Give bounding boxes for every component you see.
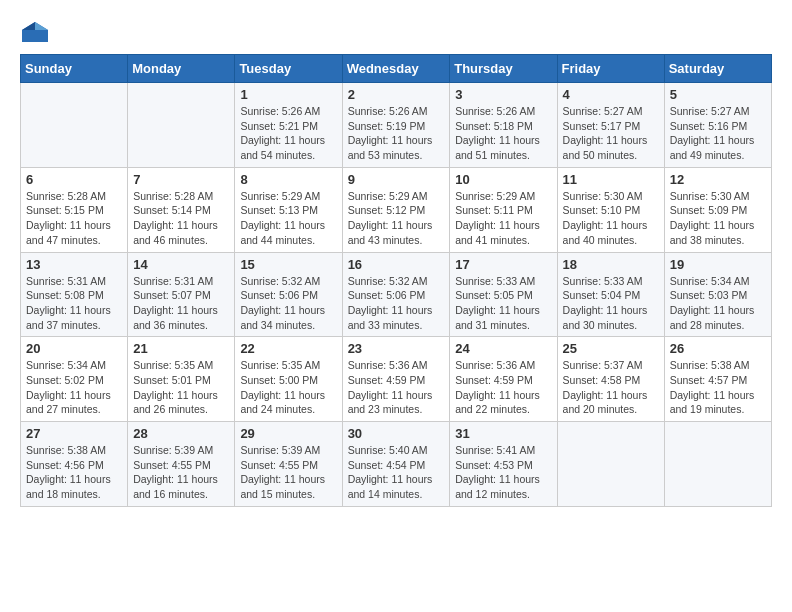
day-number: 14 (133, 257, 229, 272)
day-info: Sunrise: 5:35 AM Sunset: 5:01 PM Dayligh… (133, 358, 229, 417)
day-info: Sunrise: 5:32 AM Sunset: 5:06 PM Dayligh… (240, 274, 336, 333)
day-number: 21 (133, 341, 229, 356)
day-info: Sunrise: 5:35 AM Sunset: 5:00 PM Dayligh… (240, 358, 336, 417)
day-info: Sunrise: 5:26 AM Sunset: 5:19 PM Dayligh… (348, 104, 445, 163)
page-header (20, 20, 772, 44)
day-number: 16 (348, 257, 445, 272)
day-info: Sunrise: 5:31 AM Sunset: 5:07 PM Dayligh… (133, 274, 229, 333)
day-number: 13 (26, 257, 122, 272)
calendar-cell: 19Sunrise: 5:34 AM Sunset: 5:03 PM Dayli… (664, 252, 771, 337)
day-info: Sunrise: 5:29 AM Sunset: 5:13 PM Dayligh… (240, 189, 336, 248)
calendar-cell (21, 83, 128, 168)
day-info: Sunrise: 5:32 AM Sunset: 5:06 PM Dayligh… (348, 274, 445, 333)
day-info: Sunrise: 5:26 AM Sunset: 5:21 PM Dayligh… (240, 104, 336, 163)
calendar-cell: 30Sunrise: 5:40 AM Sunset: 4:54 PM Dayli… (342, 422, 450, 507)
day-info: Sunrise: 5:36 AM Sunset: 4:59 PM Dayligh… (348, 358, 445, 417)
day-number: 1 (240, 87, 336, 102)
calendar-cell: 13Sunrise: 5:31 AM Sunset: 5:08 PM Dayli… (21, 252, 128, 337)
calendar-cell: 21Sunrise: 5:35 AM Sunset: 5:01 PM Dayli… (128, 337, 235, 422)
day-number: 24 (455, 341, 551, 356)
calendar-cell: 17Sunrise: 5:33 AM Sunset: 5:05 PM Dayli… (450, 252, 557, 337)
day-number: 12 (670, 172, 766, 187)
calendar-header-wednesday: Wednesday (342, 55, 450, 83)
day-number: 30 (348, 426, 445, 441)
day-info: Sunrise: 5:30 AM Sunset: 5:09 PM Dayligh… (670, 189, 766, 248)
day-number: 6 (26, 172, 122, 187)
calendar-week-3: 13Sunrise: 5:31 AM Sunset: 5:08 PM Dayli… (21, 252, 772, 337)
day-info: Sunrise: 5:38 AM Sunset: 4:56 PM Dayligh… (26, 443, 122, 502)
day-number: 18 (563, 257, 659, 272)
day-number: 28 (133, 426, 229, 441)
calendar-cell: 20Sunrise: 5:34 AM Sunset: 5:02 PM Dayli… (21, 337, 128, 422)
calendar-cell: 4Sunrise: 5:27 AM Sunset: 5:17 PM Daylig… (557, 83, 664, 168)
day-number: 11 (563, 172, 659, 187)
calendar-cell: 3Sunrise: 5:26 AM Sunset: 5:18 PM Daylig… (450, 83, 557, 168)
calendar-cell: 11Sunrise: 5:30 AM Sunset: 5:10 PM Dayli… (557, 167, 664, 252)
day-number: 20 (26, 341, 122, 356)
day-info: Sunrise: 5:33 AM Sunset: 5:04 PM Dayligh… (563, 274, 659, 333)
day-number: 26 (670, 341, 766, 356)
logo (20, 20, 54, 44)
calendar-cell (664, 422, 771, 507)
day-number: 17 (455, 257, 551, 272)
day-info: Sunrise: 5:36 AM Sunset: 4:59 PM Dayligh… (455, 358, 551, 417)
day-number: 31 (455, 426, 551, 441)
calendar-cell: 14Sunrise: 5:31 AM Sunset: 5:07 PM Dayli… (128, 252, 235, 337)
calendar-cell (557, 422, 664, 507)
calendar-header-sunday: Sunday (21, 55, 128, 83)
day-number: 2 (348, 87, 445, 102)
day-info: Sunrise: 5:28 AM Sunset: 5:15 PM Dayligh… (26, 189, 122, 248)
calendar-cell: 10Sunrise: 5:29 AM Sunset: 5:11 PM Dayli… (450, 167, 557, 252)
calendar-cell: 12Sunrise: 5:30 AM Sunset: 5:09 PM Dayli… (664, 167, 771, 252)
day-number: 23 (348, 341, 445, 356)
day-info: Sunrise: 5:41 AM Sunset: 4:53 PM Dayligh… (455, 443, 551, 502)
day-number: 15 (240, 257, 336, 272)
day-number: 5 (670, 87, 766, 102)
day-number: 19 (670, 257, 766, 272)
calendar-cell: 2Sunrise: 5:26 AM Sunset: 5:19 PM Daylig… (342, 83, 450, 168)
svg-marker-2 (22, 22, 35, 30)
calendar-week-4: 20Sunrise: 5:34 AM Sunset: 5:02 PM Dayli… (21, 337, 772, 422)
day-info: Sunrise: 5:38 AM Sunset: 4:57 PM Dayligh… (670, 358, 766, 417)
calendar-cell: 26Sunrise: 5:38 AM Sunset: 4:57 PM Dayli… (664, 337, 771, 422)
day-info: Sunrise: 5:39 AM Sunset: 4:55 PM Dayligh… (240, 443, 336, 502)
day-info: Sunrise: 5:40 AM Sunset: 4:54 PM Dayligh… (348, 443, 445, 502)
calendar-header-saturday: Saturday (664, 55, 771, 83)
calendar-header-tuesday: Tuesday (235, 55, 342, 83)
day-number: 4 (563, 87, 659, 102)
calendar-cell: 16Sunrise: 5:32 AM Sunset: 5:06 PM Dayli… (342, 252, 450, 337)
calendar-week-2: 6Sunrise: 5:28 AM Sunset: 5:15 PM Daylig… (21, 167, 772, 252)
day-number: 3 (455, 87, 551, 102)
calendar-cell: 6Sunrise: 5:28 AM Sunset: 5:15 PM Daylig… (21, 167, 128, 252)
calendar-table: SundayMondayTuesdayWednesdayThursdayFrid… (20, 54, 772, 507)
svg-marker-1 (35, 22, 48, 30)
day-info: Sunrise: 5:34 AM Sunset: 5:02 PM Dayligh… (26, 358, 122, 417)
calendar-cell: 31Sunrise: 5:41 AM Sunset: 4:53 PM Dayli… (450, 422, 557, 507)
day-info: Sunrise: 5:29 AM Sunset: 5:11 PM Dayligh… (455, 189, 551, 248)
calendar-cell: 1Sunrise: 5:26 AM Sunset: 5:21 PM Daylig… (235, 83, 342, 168)
calendar-cell: 29Sunrise: 5:39 AM Sunset: 4:55 PM Dayli… (235, 422, 342, 507)
calendar-header-row: SundayMondayTuesdayWednesdayThursdayFrid… (21, 55, 772, 83)
day-number: 25 (563, 341, 659, 356)
day-info: Sunrise: 5:34 AM Sunset: 5:03 PM Dayligh… (670, 274, 766, 333)
day-info: Sunrise: 5:33 AM Sunset: 5:05 PM Dayligh… (455, 274, 551, 333)
calendar-cell: 5Sunrise: 5:27 AM Sunset: 5:16 PM Daylig… (664, 83, 771, 168)
calendar-cell: 22Sunrise: 5:35 AM Sunset: 5:00 PM Dayli… (235, 337, 342, 422)
calendar-cell: 8Sunrise: 5:29 AM Sunset: 5:13 PM Daylig… (235, 167, 342, 252)
calendar-week-5: 27Sunrise: 5:38 AM Sunset: 4:56 PM Dayli… (21, 422, 772, 507)
calendar-cell: 25Sunrise: 5:37 AM Sunset: 4:58 PM Dayli… (557, 337, 664, 422)
calendar-cell: 23Sunrise: 5:36 AM Sunset: 4:59 PM Dayli… (342, 337, 450, 422)
day-number: 7 (133, 172, 229, 187)
day-info: Sunrise: 5:30 AM Sunset: 5:10 PM Dayligh… (563, 189, 659, 248)
day-info: Sunrise: 5:28 AM Sunset: 5:14 PM Dayligh… (133, 189, 229, 248)
day-number: 9 (348, 172, 445, 187)
day-info: Sunrise: 5:37 AM Sunset: 4:58 PM Dayligh… (563, 358, 659, 417)
calendar-cell (128, 83, 235, 168)
calendar-cell: 27Sunrise: 5:38 AM Sunset: 4:56 PM Dayli… (21, 422, 128, 507)
calendar-week-1: 1Sunrise: 5:26 AM Sunset: 5:21 PM Daylig… (21, 83, 772, 168)
day-number: 29 (240, 426, 336, 441)
day-number: 10 (455, 172, 551, 187)
calendar-cell: 18Sunrise: 5:33 AM Sunset: 5:04 PM Dayli… (557, 252, 664, 337)
calendar-cell: 15Sunrise: 5:32 AM Sunset: 5:06 PM Dayli… (235, 252, 342, 337)
day-info: Sunrise: 5:31 AM Sunset: 5:08 PM Dayligh… (26, 274, 122, 333)
